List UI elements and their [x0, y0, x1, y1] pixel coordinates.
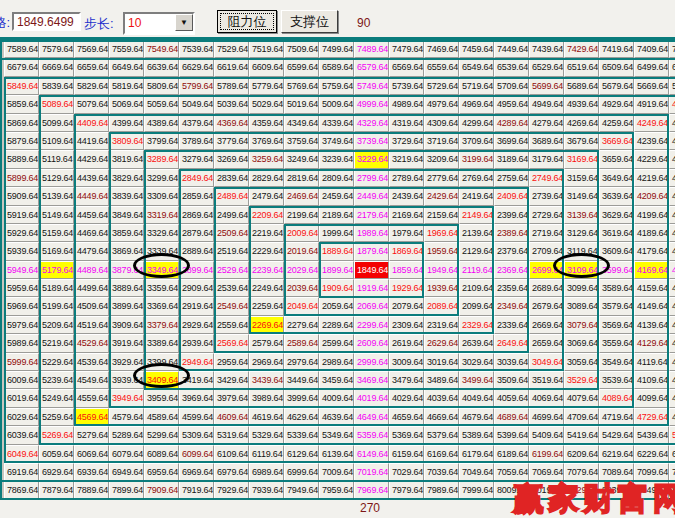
grid-cell: 3109.64: [564, 261, 599, 279]
grid-cell: 2329.64: [459, 316, 494, 334]
grid-cell: 4889.64: [669, 132, 675, 150]
grid-cell: 3629.64: [599, 206, 634, 224]
grid-cell: 5089.64: [39, 95, 74, 113]
grid-cell: 5729.64: [424, 77, 459, 95]
support-button[interactable]: 支撑位: [281, 10, 338, 33]
grid-cell: 4279.64: [529, 114, 564, 132]
chevron-down-icon[interactable]: ▼: [175, 14, 193, 31]
grid-cell: 2819.64: [284, 169, 319, 187]
grid-cell: 5199.64: [39, 297, 74, 315]
grid-cell: 3509.64: [494, 371, 529, 389]
grid-cell: 3299.64: [144, 169, 179, 187]
grid-cell: 2379.64: [494, 242, 529, 260]
grid-cell: 4329.64: [354, 114, 389, 132]
grid-cell: 4719.64: [599, 408, 634, 426]
grid-cell: 3069.64: [564, 334, 599, 352]
grid-cell: 2489.64: [214, 187, 249, 205]
grid-cell: 5389.64: [459, 426, 494, 444]
grid-cell: 2699.64: [529, 261, 564, 279]
grid-cell: 6999.64: [284, 463, 319, 481]
grid-cell: 6679.64: [4, 58, 39, 76]
grid-cell: 3719.64: [424, 132, 459, 150]
resistance-button[interactable]: 阻力位: [217, 10, 277, 33]
grid-cell: 3549.64: [599, 353, 634, 371]
grid-cell: 7469.64: [424, 40, 459, 58]
grid-cell: 4209.64: [634, 187, 669, 205]
grid-cell: 5399.64: [494, 426, 529, 444]
grid-cell: 4619.64: [249, 408, 284, 426]
grid-cell: 2579.64: [249, 334, 284, 352]
grid-cell: 5929.64: [4, 224, 39, 242]
grid-cell: 1919.64: [354, 279, 389, 297]
grid-cell: 3669.64: [599, 132, 634, 150]
grid-cell: 4749.64: [669, 389, 675, 407]
grid-cell: 7539.64: [179, 40, 214, 58]
grid-cell: 6119.64: [249, 445, 284, 463]
grid-cell: 1879.64: [354, 242, 389, 260]
grid-cell: 3359.64: [144, 279, 179, 297]
grid-cell: 7899.64: [109, 481, 144, 499]
grid-cell: 2289.64: [319, 316, 354, 334]
grid-cell: 3929.64: [109, 353, 144, 371]
grid-cell: 7439.64: [529, 40, 564, 58]
grid-cell: 2239.64: [249, 261, 284, 279]
grid-cell: 1979.64: [389, 224, 424, 242]
grid-cell: 4529.64: [74, 334, 109, 352]
grid-cell: 1939.64: [424, 279, 459, 297]
grid-cell: 2339.64: [494, 316, 529, 334]
grid-cell: 5749.64: [354, 77, 389, 95]
grid-cell: 1999.64: [319, 224, 354, 242]
grid-cell: 4949.64: [529, 95, 564, 113]
grid-cell: 8049.64: [634, 481, 669, 499]
grid-cell: 5959.64: [4, 279, 39, 297]
angle-270-label: 270: [352, 501, 388, 515]
grid-cell: 3809.64: [109, 132, 144, 150]
grid-cell: 2609.64: [354, 334, 389, 352]
price-input[interactable]: [12, 12, 81, 31]
grid-cell: 5659.64: [669, 77, 675, 95]
grid-cell: 2649.64: [494, 334, 529, 352]
grid-cell: 2209.64: [249, 206, 284, 224]
grid-cell: 4059.64: [494, 389, 529, 407]
grid-cell: 4709.64: [564, 408, 599, 426]
grid-cell: 5449.64: [669, 426, 675, 444]
grid-cell: 4809.64: [669, 279, 675, 297]
grid-cell: 4969.64: [459, 95, 494, 113]
grid-cell: 4349.64: [284, 114, 319, 132]
grid-cell: 3709.64: [459, 132, 494, 150]
grid-cell: 6049.64: [4, 445, 39, 463]
grid-cell: 8039.64: [599, 481, 634, 499]
grid-cell: 3699.64: [494, 132, 529, 150]
grid-cell: 6219.64: [599, 445, 634, 463]
grid-cell: 5249.64: [39, 389, 74, 407]
grid-cell: 5889.64: [4, 150, 39, 168]
grid-cell: 1969.64: [424, 224, 459, 242]
grid-cell: 4579.64: [109, 408, 144, 426]
grid-cell: 6919.64: [4, 463, 39, 481]
grid-cell: 2919.64: [179, 297, 214, 315]
grid-cell: 1949.64: [424, 261, 459, 279]
grid-cell: 4699.64: [529, 408, 564, 426]
grid-cell: 2139.64: [459, 224, 494, 242]
grid-cell: 5829.64: [74, 77, 109, 95]
grid-cell: 6229.64: [634, 445, 669, 463]
grid-cell: 5159.64: [39, 224, 74, 242]
grid-cell: 3229.64: [354, 150, 389, 168]
grid-cell: 4379.64: [179, 114, 214, 132]
grid-cell: 2319.64: [424, 316, 459, 334]
grid-cell: 5359.64: [354, 426, 389, 444]
grid-cell: 6069.64: [74, 445, 109, 463]
grid-cell: 3449.64: [284, 371, 319, 389]
grid-cell: 1899.64: [319, 261, 354, 279]
grid-cell: 2759.64: [494, 169, 529, 187]
grid-cell: 4019.64: [354, 389, 389, 407]
grid-cell: 3379.64: [144, 316, 179, 334]
grid-cell: 5909.64: [4, 187, 39, 205]
step-combobox[interactable]: 10 ▼: [123, 12, 195, 35]
grid-cell: 4519.64: [74, 316, 109, 334]
grid-cell: 2059.64: [319, 297, 354, 315]
grid-cell: 7109.64: [669, 463, 675, 481]
grid-cell: 2119.64: [459, 261, 494, 279]
grid-cell: 2029.64: [284, 261, 319, 279]
grid-cell: 2539.64: [214, 279, 249, 297]
